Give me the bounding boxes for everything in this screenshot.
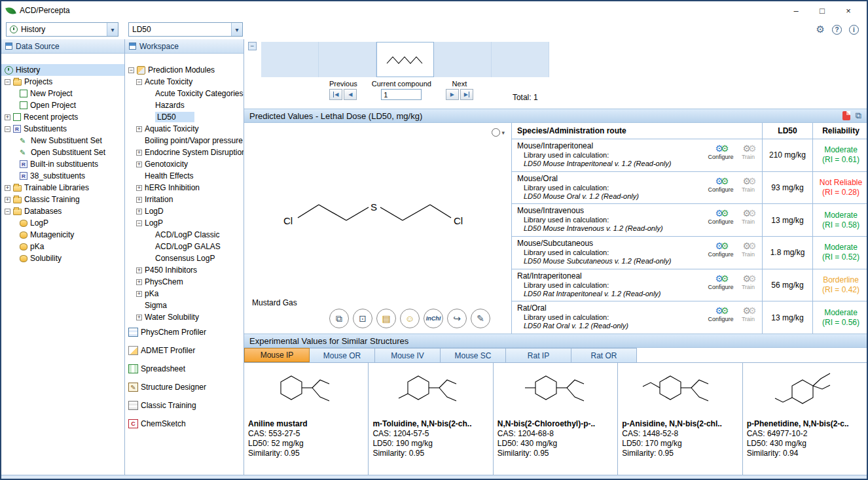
tree-item-physchem-profiler[interactable]: PhysChem Profiler (125, 323, 244, 341)
last-compound-button[interactable]: ▶ (460, 89, 473, 100)
collapse-icon[interactable] (128, 67, 134, 73)
tree-item-boiling-point[interactable]: Boiling point/Vapor pressure (125, 135, 244, 146)
chevron-down-icon[interactable]: ▾ (231, 23, 242, 36)
tree-item-admet-profiler[interactable]: ADMET Profiler (125, 341, 244, 360)
chevron-down-icon[interactable]: ▾ (107, 23, 118, 36)
tree-item-irritation[interactable]: Irritation (125, 194, 244, 205)
edit-structure-button[interactable]: ✎ (471, 309, 490, 328)
tree-item-physchem[interactable]: PhysChem (125, 276, 244, 288)
tab-rat-ip[interactable]: Rat IP (506, 348, 571, 362)
help-icon[interactable]: ? (832, 25, 842, 35)
next-compound-button[interactable]: ▶ (446, 89, 459, 100)
minimize-button[interactable]: – (783, 6, 809, 16)
similar-structure-card[interactable]: N,N-bis(2-Chloroethyl)-p-.. CAS: 1204-68… (494, 363, 618, 475)
tree-item-mutagenicity-db[interactable]: Mutagenicity (1, 229, 124, 241)
structure-view-dropdown[interactable]: ▾ (492, 128, 505, 137)
configure-button[interactable]: ⚙⚙ Configure (710, 144, 732, 160)
tab-mouse-ip[interactable]: Mouse IP (244, 348, 310, 362)
tree-item-classic-training[interactable]: Classic Training (1, 194, 124, 205)
tab-mouse-iv[interactable]: Mouse IV (375, 348, 441, 362)
train-button[interactable]: ⚙⚙ Train (737, 306, 759, 322)
tree-item-prediction-modules[interactable]: Prediction Modules (125, 64, 244, 76)
configure-button[interactable]: ⚙⚙ Configure (710, 274, 732, 290)
train-button[interactable]: ⚙⚙ Train (737, 144, 759, 160)
expand-icon[interactable] (136, 267, 142, 273)
expand-icon[interactable] (5, 114, 10, 120)
tree-item-health-effects[interactable]: Health Effects (125, 170, 244, 182)
expand-icon[interactable] (5, 185, 10, 191)
library-button[interactable]: ▤ (376, 309, 396, 328)
tree-item-acute-toxicity[interactable]: Acute Toxicity (125, 76, 244, 88)
export-structure-button[interactable]: ↪ (447, 309, 467, 328)
expand-icon[interactable] (5, 197, 10, 203)
tree-item-water-solubility[interactable]: Water Solubility (125, 311, 244, 323)
expand-icon[interactable] (136, 315, 142, 320)
collapse-icon[interactable] (5, 126, 10, 132)
compound-number-input[interactable] (381, 89, 422, 100)
configure-button[interactable]: ⚙⚙ Configure (710, 209, 732, 225)
similar-structure-card[interactable]: m-Toluidine, N,N-bis(2-ch.. CAS: 1204-57… (369, 363, 493, 475)
tree-item-spreadsheet[interactable]: Spreadsheet (125, 360, 244, 378)
export-pdf-icon[interactable] (842, 111, 850, 120)
tree-item-structure-designer[interactable]: Structure Designer (125, 378, 244, 396)
current-compound-thumbnail[interactable] (376, 42, 434, 77)
expand-icon[interactable] (136, 150, 142, 156)
train-button[interactable]: ⚙⚙ Train (737, 209, 759, 225)
collapse-icon[interactable] (136, 79, 142, 85)
tree-item-genotoxicity[interactable]: Genotoxicity (125, 158, 244, 170)
expand-icon[interactable] (136, 162, 142, 167)
expand-icon[interactable] (136, 185, 142, 191)
first-compound-button[interactable]: ◀ (329, 89, 342, 100)
expand-icon[interactable] (136, 126, 142, 132)
tree-item-logd[interactable]: LogD (125, 205, 244, 217)
tree-item-acd-logp-galas[interactable]: ACD/LogP GALAS (125, 241, 244, 252)
copy-image-button[interactable]: ⊡ (353, 309, 372, 328)
tree-item-aquatic-toxicity[interactable]: Aquatic Toxicity (125, 123, 244, 135)
tree-item-recent-projects[interactable]: Recent projects (1, 111, 124, 123)
configure-button[interactable]: ⚙⚙ Configure (710, 241, 732, 258)
expand-icon[interactable] (136, 209, 142, 214)
maximize-button[interactable]: □ (809, 6, 835, 16)
tree-item-databases[interactable]: Databases (1, 205, 124, 217)
tree-item-new-substituent-set[interactable]: New Substituent Set (1, 135, 124, 146)
tree-item-new-project[interactable]: New Project (1, 88, 124, 99)
tree-item-built-in-substituents[interactable]: Built-in substituents (1, 158, 124, 170)
tab-mouse-or[interactable]: Mouse OR (310, 348, 375, 362)
tree-item-pka-db[interactable]: pKa (1, 241, 124, 252)
tree-item-hazards[interactable]: Hazards (125, 99, 244, 111)
tree-item-classic-training-module[interactable]: Classic Training (125, 396, 244, 415)
tree-item-logp[interactable]: LogP (125, 217, 244, 229)
tree-item-substituents[interactable]: Substituents (1, 123, 124, 135)
similar-structure-card[interactable]: p-Anisidine, N,N-bis(2-chl.. CAS: 1448-5… (618, 363, 742, 475)
close-button[interactable]: × (835, 6, 861, 16)
tree-item-consensus-logp[interactable]: Consensus LogP (125, 252, 244, 264)
copy-structure-button[interactable]: ⧉ (329, 309, 349, 328)
tree-item-logp-db[interactable]: LogP (1, 217, 124, 229)
tree-item-open-project[interactable]: Open Project (1, 99, 124, 111)
data-source-combobox[interactable]: History ▾ (6, 22, 118, 37)
train-button[interactable]: ⚙⚙ Train (737, 274, 759, 290)
expand-icon[interactable] (136, 279, 142, 285)
tree-item-38-substituents[interactable]: 38_substituents (1, 170, 124, 182)
tree-item-ld50[interactable]: LD50 (125, 111, 244, 123)
info-icon[interactable]: i (849, 25, 859, 35)
tree-item-pka[interactable]: pKa (125, 288, 244, 300)
smiles-button[interactable]: ☺ (400, 309, 420, 328)
tab-mouse-sc[interactable]: Mouse SC (441, 348, 506, 362)
inchi-button[interactable]: InChI (424, 309, 443, 328)
similar-structure-card[interactable]: p-Phenetidine, N,N-bis(2-c.. CAS: 64977-… (743, 363, 867, 475)
tree-item-trainable-libraries[interactable]: Trainable Libraries (1, 182, 124, 194)
configure-button[interactable]: ⚙⚙ Configure (710, 177, 732, 193)
tree-item-solubility-db[interactable]: Solubility (1, 252, 124, 264)
tree-item-acd-logp-classic[interactable]: ACD/LogP Classic (125, 229, 244, 241)
tab-rat-or[interactable]: Rat OR (571, 348, 637, 362)
collapse-icon[interactable] (136, 220, 142, 226)
tree-item-open-substituent-set[interactable]: Open Substituent Set (1, 146, 124, 158)
previous-compound-button[interactable]: ◀ (344, 89, 357, 100)
tree-item-history[interactable]: History (1, 64, 124, 76)
train-button[interactable]: ⚙⚙ Train (737, 177, 759, 193)
tree-item-projects[interactable]: Projects (1, 76, 124, 88)
collapse-strip-button[interactable]: − (248, 42, 257, 50)
tree-item-acute-toxicity-categories[interactable]: Acute Toxicity Categories (125, 88, 244, 99)
train-button[interactable]: ⚙⚙ Train (737, 241, 759, 258)
